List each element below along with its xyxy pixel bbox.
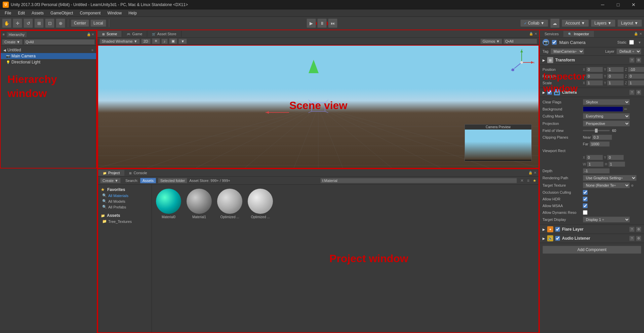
viewport-x-input[interactable] <box>586 155 603 160</box>
allow-msaa-checkbox[interactable] <box>583 203 588 208</box>
lighting-button[interactable]: ☀ <box>152 38 160 44</box>
target-texture-dropdown[interactable]: None (Render Te÷ <box>583 182 630 188</box>
inspector-close-icon[interactable]: ✕ <box>639 32 642 36</box>
move-tool-button[interactable]: ✛ <box>13 18 22 28</box>
project-close-icon[interactable]: ✕ <box>534 171 536 175</box>
scene-lock-icon[interactable]: 🔒 <box>529 32 533 36</box>
rotation-x-input[interactable] <box>586 74 603 79</box>
assets-search-button[interactable]: Assets <box>140 178 156 183</box>
allow-hdr-checkbox[interactable] <box>583 197 588 201</box>
hierarchy-close-icon[interactable]: ✕ <box>91 33 94 36</box>
fov-slider[interactable] <box>583 130 610 131</box>
services-tab[interactable]: Services <box>540 31 563 37</box>
project-create-button[interactable]: Create ▼ <box>100 178 121 183</box>
hierarchy-lock-icon[interactable]: 🔒 <box>87 33 91 36</box>
position-z-input[interactable] <box>628 67 644 72</box>
material-item-3[interactable]: Optimized ... <box>248 189 273 219</box>
tree-textures-item[interactable]: 📁 Tree_Textures <box>99 219 150 224</box>
rendering-path-dropdown[interactable]: Use Graphics Setting÷ <box>583 175 637 181</box>
flare-settings-icon[interactable]: ⚙ <box>636 227 641 232</box>
layers-button[interactable]: Layers ▼ <box>591 19 615 27</box>
add-component-button[interactable]: Add Component <box>542 246 641 254</box>
project-filter-icon[interactable]: ≡ <box>527 178 529 183</box>
background-color-swatch[interactable] <box>583 106 623 112</box>
far-input[interactable] <box>590 141 610 147</box>
audio-button[interactable]: ♪ <box>161 39 168 44</box>
material-item-1[interactable]: Material1 <box>187 189 212 219</box>
target-texture-pick-icon[interactable]: ⊕ <box>631 184 634 187</box>
clear-flags-dropdown[interactable]: Skybox <box>583 99 630 105</box>
material-item-0[interactable]: Material0 <box>156 189 181 219</box>
near-input[interactable] <box>592 135 612 140</box>
layer-dropdown[interactable]: Default ÷ <box>616 48 641 54</box>
maximize-button[interactable]: □ <box>610 0 626 9</box>
camera-info-icon[interactable]: ? <box>629 90 635 95</box>
rect-tool-button[interactable]: ⊡ <box>45 18 54 28</box>
static-checkbox[interactable] <box>629 40 634 45</box>
hierarchy-item-main-camera[interactable]: 📷 Main Camera <box>1 53 96 59</box>
pause-button[interactable]: ⏸ <box>317 18 327 28</box>
project-lock-icon[interactable]: 🔒 <box>528 171 532 175</box>
collab-button[interactable]: ✓ Collab ▼ <box>520 19 548 27</box>
inspector-lock-icon[interactable]: 🔒 <box>634 32 638 36</box>
color-picker-icon[interactable]: ✏ <box>624 107 627 111</box>
scene-view[interactable]: Y X Z <box>97 45 539 169</box>
inspector-tab[interactable]: 🔍 Inspector <box>563 31 594 37</box>
game-tab[interactable]: 🎮 Game <box>122 31 147 37</box>
flare-layer-header[interactable]: ▶ ✦ Flare Layer ? ⚙ <box>540 225 644 234</box>
close-button[interactable]: ✕ <box>626 0 641 9</box>
scale-z-input[interactable] <box>628 80 644 86</box>
scale-y-input[interactable] <box>607 80 624 86</box>
menu-component[interactable]: Component <box>76 10 104 16</box>
viewport-h-input[interactable] <box>608 161 625 167</box>
selected-folder-button[interactable]: Selected folder <box>158 178 187 183</box>
camera-settings-icon[interactable]: ⚙ <box>636 90 641 95</box>
center-dropdown[interactable]: Center <box>71 19 89 27</box>
menu-assets[interactable]: Assets <box>28 10 47 16</box>
tag-dropdown[interactable]: MainCamera÷ <box>551 48 584 54</box>
all-models-item[interactable]: 🔍 All Models <box>99 198 150 204</box>
cloud-button[interactable]: ☁ <box>550 18 560 28</box>
hand-tool-button[interactable]: ✋ <box>2 18 11 28</box>
local-dropdown[interactable]: Local <box>90 19 106 27</box>
projection-dropdown[interactable]: Perspective <box>583 121 630 127</box>
2d-button[interactable]: 2D <box>141 39 151 44</box>
layout-button[interactable]: Layout ▼ <box>617 19 642 27</box>
scene-tab[interactable]: ⊞ Scene <box>97 31 122 37</box>
project-tab[interactable]: 📁 Project <box>98 170 124 176</box>
scale-tool-button[interactable]: ⊞ <box>34 18 44 28</box>
account-button[interactable]: Account ▼ <box>562 19 589 27</box>
menu-help[interactable]: Help <box>125 10 140 16</box>
minimize-button[interactable]: ─ <box>595 0 610 9</box>
audio-listener-header[interactable]: ▶ 🔊 Audio Listener ? ⚙ <box>540 234 644 243</box>
all-materials-item[interactable]: 🔍 All Materials <box>99 193 150 198</box>
hierarchy-scene-item[interactable]: ◀ Untitled ≡ <box>1 47 96 53</box>
camera-active-checkbox[interactable] <box>547 90 552 95</box>
material-item-2[interactable]: Optimized ... <box>217 189 242 219</box>
flare-layer-active-checkbox[interactable] <box>555 227 560 232</box>
more-button[interactable]: ▼ <box>178 39 187 44</box>
rotation-z-input[interactable] <box>628 74 644 79</box>
hierarchy-create-button[interactable]: Create ▼ <box>2 39 23 45</box>
position-x-input[interactable] <box>586 67 603 72</box>
transform-settings-icon[interactable]: ⚙ <box>636 57 641 63</box>
scene-search-input[interactable] <box>504 39 537 44</box>
menu-window[interactable]: Window <box>104 10 125 16</box>
gizmos-dropdown[interactable]: Gizmos ▼ <box>480 39 502 44</box>
play-button[interactable]: ▶ <box>307 18 316 28</box>
asset-store-tab[interactable]: 🛒 Asset Store <box>147 31 181 37</box>
transform-info-icon[interactable]: ? <box>629 57 635 63</box>
allow-dynamic-reso-checkbox[interactable] <box>583 210 588 215</box>
menu-edit[interactable]: Edit <box>14 10 28 16</box>
hierarchy-item-directional-light[interactable]: 💡 Directional Light <box>1 59 96 65</box>
project-search-clear[interactable]: ✕ <box>520 178 524 183</box>
rotation-y-input[interactable] <box>607 74 624 79</box>
static-dropdown-icon[interactable]: ▼ <box>638 41 641 44</box>
project-favorite-icon[interactable]: ★ <box>533 178 536 183</box>
target-display-dropdown[interactable]: Display 1 ÷ <box>583 217 630 223</box>
hierarchy-tab[interactable]: Hierarchy <box>7 32 27 37</box>
scene-close-icon[interactable]: ✕ <box>534 32 537 36</box>
audio-settings-icon[interactable]: ⚙ <box>636 236 641 241</box>
rotate-tool-button[interactable]: ↺ <box>24 18 33 28</box>
depth-input[interactable] <box>583 168 610 174</box>
